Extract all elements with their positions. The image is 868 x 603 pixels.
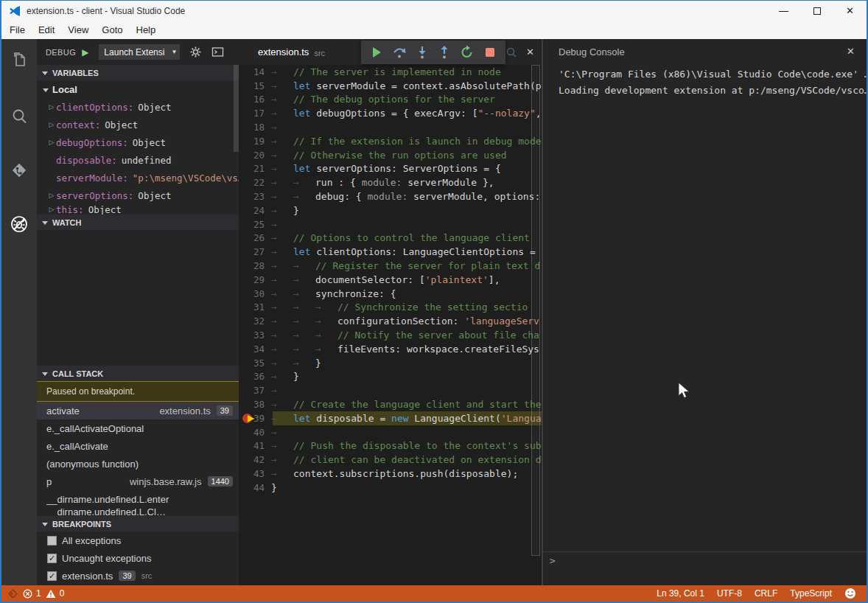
line-number[interactable]: 41 (239, 440, 271, 451)
restart-button[interactable] (460, 45, 475, 60)
warning-count[interactable]: 0 (46, 588, 65, 599)
line-number[interactable]: 44 (239, 482, 271, 493)
line-number[interactable]: 27 (239, 246, 271, 257)
configure-gear-icon[interactable] (189, 46, 202, 58)
code-line[interactable]: 18→ (239, 120, 542, 134)
stack-frame-row[interactable]: e._callActivateOptional (37, 419, 239, 437)
stack-frame-row[interactable]: e._callActivate (37, 437, 239, 455)
line-number[interactable]: 14 (239, 66, 271, 77)
git-status-icon[interactable] (7, 588, 18, 599)
code-line[interactable]: 44} (239, 481, 542, 495)
line-number[interactable]: 15 (239, 80, 271, 91)
variable-row[interactable]: ▷serverModule:"p:\mseng\VSCode\vs… (37, 169, 239, 187)
variables-scope[interactable]: Local (37, 80, 239, 98)
variable-row[interactable]: ▷context:Object (37, 116, 239, 133)
line-number[interactable]: 19 (239, 136, 271, 147)
breakpoint-checkbox[interactable] (47, 536, 57, 546)
callstack-section-header[interactable]: CALL STACK (37, 366, 239, 381)
code-line[interactable]: 27→let clientOptions: LanguageClientOpti… (239, 245, 542, 259)
code-line[interactable]: 34→→→fileEvents: workspace.createFileSys (239, 342, 542, 356)
line-number[interactable]: 16 (239, 94, 271, 105)
stack-frame-row[interactable]: __dirname.undefined.L.Cl… (37, 508, 239, 516)
stack-frame-row[interactable]: pwinjs.base.raw.js1440 (37, 473, 239, 490)
code-line[interactable]: 15→let serverModule = context.asAbsolute… (239, 79, 542, 93)
status-language-mode[interactable]: TypeScript (790, 588, 832, 599)
breakpoints-section-header[interactable]: BREAKPOINTS (37, 516, 239, 531)
line-number[interactable]: 40 (239, 427, 271, 438)
repl-input[interactable]: > (543, 551, 867, 569)
line-number[interactable]: 28 (239, 260, 271, 271)
code-line[interactable]: 17→let debugOptions = { execArgv: ["--no… (239, 106, 542, 120)
minimize-button[interactable]: — (767, 1, 800, 21)
code-line[interactable]: 23→→debug: { module: serverModule, optio… (239, 189, 542, 203)
line-number[interactable]: 42 (239, 454, 271, 465)
status-encoding[interactable]: UTF-8 (717, 588, 742, 599)
breakpoint-checkbox[interactable]: ✓ (47, 571, 57, 581)
line-number[interactable]: 33 (239, 330, 271, 341)
debug-icon[interactable] (10, 215, 29, 234)
code-line[interactable]: 32→→→configurationSection: 'languageServ (239, 314, 542, 328)
step-out-button[interactable] (437, 45, 452, 60)
editor-scrollbar[interactable] (531, 65, 540, 556)
start-debug-button[interactable]: ▶ (82, 47, 88, 57)
stack-frame-row[interactable]: __dirname.undefined.L.enter (37, 490, 239, 508)
line-number[interactable]: 38 (239, 399, 271, 410)
maximize-button[interactable] (800, 1, 833, 21)
explorer-icon[interactable] (10, 50, 29, 69)
line-number[interactable]: 26 (239, 232, 271, 243)
line-number[interactable]: 30 (239, 288, 271, 299)
menu-help[interactable]: Help (130, 22, 163, 38)
breakpoint-checkbox[interactable]: ✓ (47, 554, 57, 563)
line-number[interactable]: 34 (239, 344, 271, 355)
variable-row[interactable]: ▷serverOptions:Object (37, 187, 239, 204)
code-line[interactable]: 24→} (239, 203, 542, 217)
code-line[interactable]: 43→context.subscriptions.push(disposable… (239, 467, 542, 481)
continue-button[interactable] (369, 45, 384, 60)
open-repl-icon[interactable] (211, 46, 224, 58)
code-line[interactable]: 42→// client can be deactivated on exten… (239, 453, 542, 467)
step-into-button[interactable] (415, 45, 430, 60)
error-count[interactable]: 1 (23, 588, 41, 599)
code-line[interactable]: 36→} (239, 370, 542, 384)
code-line[interactable]: 30→→synchronize: { (239, 287, 542, 301)
breakpoint-row[interactable]: ✓Uncaught exceptions (37, 549, 239, 567)
line-number[interactable]: 25 (239, 219, 271, 230)
code-line[interactable]: 41→// Push the disposable to the context… (239, 439, 542, 453)
stack-frame-row[interactable]: activateextension.ts39 (37, 402, 239, 419)
code-line[interactable]: 29→→documentSelector: ['plaintext'], (239, 273, 542, 287)
menu-edit[interactable]: Edit (32, 22, 61, 38)
search-icon[interactable] (10, 107, 29, 126)
close-editor-icon[interactable]: ✕ (526, 46, 534, 57)
line-number[interactable]: 31 (239, 302, 271, 313)
menu-view[interactable]: View (61, 22, 95, 38)
code-line[interactable]: 25→ (239, 217, 542, 231)
line-number[interactable]: 32 (239, 316, 271, 327)
variable-row[interactable]: ▷this:Object (37, 204, 239, 215)
code-line[interactable]: 37→ (239, 383, 542, 397)
line-number[interactable]: 29 (239, 274, 271, 285)
menu-file[interactable]: File (3, 22, 32, 38)
status-eol[interactable]: CRLF (755, 588, 777, 599)
sidebar-scrollbar[interactable] (234, 65, 239, 152)
launch-config-select[interactable]: Launch Extensi ▼ (99, 44, 180, 60)
code-line[interactable]: 19→// If the extension is launch in debu… (239, 134, 542, 148)
close-panel-icon[interactable]: ✕ (847, 46, 855, 57)
stack-frame-row[interactable]: (anonymous function) (37, 455, 239, 473)
line-number[interactable]: 22 (239, 177, 271, 188)
variable-row[interactable]: ▷disposable:undefined (37, 151, 239, 169)
status-cursor-position[interactable]: Ln 39, Col 1 (657, 588, 704, 599)
line-number[interactable]: 17 (239, 108, 271, 119)
variables-section-header[interactable]: VARIABLES (37, 65, 239, 80)
variable-row[interactable]: ▷clientOptions:Object (37, 98, 239, 116)
code-line[interactable]: 14→// The server is implemented in node (239, 65, 542, 79)
variable-row[interactable]: ▷debugOptions:Object (37, 133, 239, 151)
breakpoint-row[interactable]: All exceptions (37, 531, 239, 549)
line-number[interactable]: 35 (239, 358, 271, 369)
code-line[interactable]: 35→→} (239, 356, 542, 370)
code-line[interactable]: 21→let serverOptions: ServerOptions = { (239, 162, 542, 176)
line-number[interactable]: 23 (239, 191, 271, 202)
line-number[interactable]: 43 (239, 468, 271, 479)
line-number[interactable]: 21 (239, 163, 271, 174)
line-number[interactable]: 36 (239, 371, 271, 382)
code-line[interactable]: 31→→→// Synchronize the setting sectio (239, 301, 542, 315)
